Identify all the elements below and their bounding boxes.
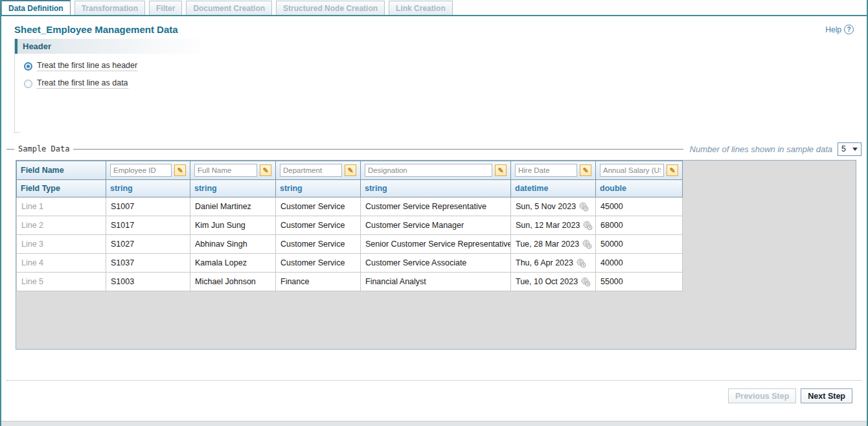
field-name-cell-hire-date: ✎: [511, 161, 596, 180]
legend-rule: [6, 149, 14, 150]
field-type-department: string: [276, 180, 361, 197]
radio-icon-unselected[interactable]: [24, 80, 32, 88]
next-step-button[interactable]: Next Step: [801, 388, 852, 403]
tab-data-definition[interactable]: Data Definition: [1, 0, 71, 15]
hire-date-text: Thu, 6 Apr 2023: [516, 258, 573, 267]
field-type-full-name: string: [190, 180, 276, 197]
edit-icon[interactable]: ✎: [174, 164, 186, 176]
legend-rule: [73, 149, 683, 150]
sample-data-legend-row: Sample Data Number of lines shown in sam…: [6, 142, 862, 156]
cell-employee-id: S1007: [106, 197, 190, 216]
field-type-employee-id: string: [106, 180, 190, 197]
table-row: Line 3 S1027 Abhinav Singh Customer Serv…: [17, 235, 683, 254]
radio-option-first-line-header[interactable]: Treat the first line as header: [24, 61, 867, 71]
cell-full-name: Abhinav Singh: [190, 235, 276, 254]
hire-date-text: Sun, 12 Mar 2023: [516, 221, 580, 230]
table-row: Line 4 S1037 Kamala Lopez Customer Servi…: [17, 254, 683, 273]
tab-transformation[interactable]: Transformation: [74, 1, 145, 15]
line-label: Line 1: [17, 197, 106, 216]
radio-label-first-line-data[interactable]: Treat the first line as data: [37, 78, 128, 89]
field-name-input-hire-date[interactable]: [515, 164, 577, 177]
timezone-globe-clock-icon: [582, 240, 592, 249]
line-label: Line 3: [17, 235, 106, 254]
help-question-icon[interactable]: ?: [844, 25, 854, 34]
cell-employee-id: S1037: [106, 254, 190, 273]
lines-shown-label: Number of lines shown in sample data: [690, 144, 832, 154]
edit-icon[interactable]: ✎: [580, 164, 591, 176]
field-type-hire-date: datetime: [511, 180, 596, 197]
cell-department: Finance: [276, 273, 361, 291]
field-name-input-employee-id[interactable]: [110, 164, 172, 177]
cell-designation: Customer Service Representative: [361, 197, 511, 216]
field-type-row: Field Type string string string string d…: [17, 180, 683, 197]
tab-bar: Data Definition Transformation Filter Do…: [1, 0, 867, 15]
hire-date-text: Sun, 5 Nov 2023: [516, 202, 576, 211]
radio-icon-selected[interactable]: [24, 62, 32, 71]
cell-full-name: Michael Johnson: [190, 273, 276, 291]
field-type-annual-salary: double: [596, 180, 683, 197]
line-label: Line 2: [17, 216, 106, 235]
cell-full-name: Kim Jun Sung: [190, 216, 276, 235]
cell-employee-id: S1003: [106, 273, 190, 291]
cell-annual-salary: 55000: [596, 273, 683, 291]
cell-annual-salary: 50000: [596, 235, 683, 254]
cell-designation: Customer Service Associate: [361, 254, 511, 273]
cell-designation: Senior Customer Service Representative: [361, 235, 511, 254]
field-name-row-label: Field Name: [17, 161, 106, 180]
edit-icon[interactable]: ✎: [260, 164, 271, 176]
bottom-scrollbar-track[interactable]: [1, 421, 867, 426]
tab-structured-node-creation[interactable]: Structured Node Creation: [276, 1, 385, 15]
lines-shown-value: 5: [841, 144, 846, 153]
tab-filter[interactable]: Filter: [149, 1, 182, 15]
field-name-cell-designation: ✎: [361, 161, 511, 180]
edit-icon[interactable]: ✎: [495, 164, 507, 176]
radio-option-first-line-data[interactable]: Treat the first line as data: [24, 78, 867, 89]
cell-full-name: Daniel Martinez: [190, 197, 276, 216]
tab-link-creation[interactable]: Link Creation: [389, 1, 453, 15]
field-name-input-annual-salary[interactable]: [600, 164, 664, 177]
cell-annual-salary: 45000: [596, 197, 683, 216]
cell-hire-date: Tue, 28 Mar 2023: [511, 235, 596, 254]
cell-employee-id: S1027: [106, 235, 190, 254]
cell-hire-date: Sun, 12 Mar 2023: [511, 216, 596, 235]
cell-hire-date: Sun, 5 Nov 2023: [511, 197, 596, 216]
field-name-input-department[interactable]: [280, 164, 342, 177]
timezone-globe-clock-icon: [583, 221, 593, 230]
lines-shown-select[interactable]: 5: [838, 142, 862, 156]
field-type-designation: string: [361, 180, 511, 197]
previous-step-button[interactable]: Previous Step: [728, 388, 796, 403]
field-name-input-full-name[interactable]: [194, 164, 257, 177]
footer-row: Previous Step Next Step: [1, 381, 867, 403]
tab-document-creation[interactable]: Document Creation: [186, 1, 272, 15]
cell-annual-salary: 68000: [596, 216, 683, 235]
edit-icon[interactable]: ✎: [667, 164, 678, 176]
table-row: Line 2 S1017 Kim Jun Sung Customer Servi…: [17, 216, 683, 235]
timezone-globe-clock-icon: [579, 202, 589, 212]
field-name-input-designation[interactable]: [365, 164, 492, 177]
cell-hire-date: Thu, 6 Apr 2023: [511, 254, 596, 273]
chevron-down-icon: [852, 148, 858, 151]
cell-annual-salary: 40000: [596, 254, 683, 273]
table-row: Line 1 S1007 Daniel Martinez Customer Se…: [17, 197, 683, 216]
timezone-globe-clock-icon: [577, 258, 586, 268]
cell-hire-date: Tue, 10 Oct 2023: [511, 273, 596, 291]
header-group-title: Header: [15, 39, 208, 54]
hire-date-text: Tue, 10 Oct 2023: [516, 277, 578, 286]
cell-department: Customer Service: [276, 235, 361, 254]
title-row: Sheet_Employee Management Data Help ?: [1, 16, 867, 39]
cell-employee-id: S1017: [106, 216, 190, 235]
table-row: Line 5 S1003 Michael Johnson Finance Fin…: [17, 273, 683, 291]
hire-date-text: Tue, 28 Mar 2023: [516, 240, 579, 249]
cell-full-name: Kamala Lopez: [190, 254, 276, 273]
field-name-row: Field Name ✎ ✎ ✎: [17, 161, 683, 180]
cell-department: Customer Service: [276, 216, 361, 235]
cell-department: Customer Service: [276, 254, 361, 273]
sample-data-panel: Field Name ✎ ✎ ✎: [16, 160, 856, 350]
field-type-row-label: Field Type: [17, 180, 106, 197]
sample-data-table: Field Name ✎ ✎ ✎: [16, 161, 683, 291]
sample-data-legend: Sample Data: [14, 144, 73, 153]
edit-icon[interactable]: ✎: [345, 164, 356, 176]
help-link[interactable]: Help ?: [825, 25, 854, 34]
radio-label-first-line-header[interactable]: Treat the first line as header: [37, 61, 137, 71]
spacer: [1, 350, 867, 380]
